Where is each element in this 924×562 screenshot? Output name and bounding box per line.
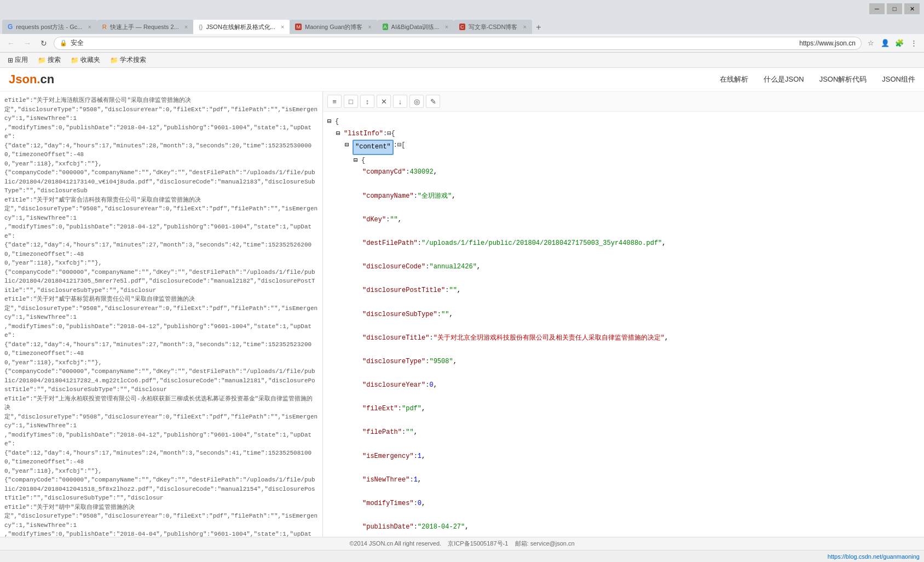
- sort-button[interactable]: ↕: [360, 95, 374, 108]
- bookmarks-bar: ⊞应用📁搜索📁收藏夹📁学术搜索: [0, 53, 924, 68]
- tree-panel[interactable]: ⊟ { ⊟ "listInfo" :⊟{: [323, 112, 924, 537]
- menu-button[interactable]: ⋮: [908, 37, 920, 49]
- bookmark-收藏夹[interactable]: 📁收藏夹: [67, 54, 103, 66]
- text-line: 定","disclosureType":"9508","disclosureYe…: [4, 512, 318, 530]
- content-line: ⊟ "content" :⊟[: [345, 140, 920, 155]
- logo-json: Json.: [9, 72, 40, 87]
- extensions-button[interactable]: 🧩: [893, 37, 905, 49]
- text-line: 0,"year":118},"xxfcbj":""},: [4, 358, 318, 368]
- listinfo-toggle[interactable]: ⊟: [336, 128, 344, 140]
- text-line: {"companyCode":"000000","companyName":""…: [4, 475, 318, 503]
- text-line: ,"modifyTimes":0,"publishDate":"2018-04-…: [4, 431, 318, 449]
- text-line: 定","disclosureType":"9508","disclosureYe…: [4, 304, 318, 322]
- text-line: {"date":12,"day":4,"hours":17,"minutes":…: [4, 240, 318, 259]
- bookmark-star-button[interactable]: ☆: [865, 37, 877, 49]
- user-button[interactable]: 👤: [879, 37, 891, 49]
- field-modifytimes: "modifyTimes":0,: [362, 498, 920, 521]
- text-line: {"companyCode":"000000","companyName":""…: [4, 168, 318, 196]
- address-bar[interactable]: 🔒 安全 https://www.json.cn: [54, 37, 862, 50]
- edit-button[interactable]: ✎: [426, 95, 440, 108]
- text-line: 定","disclosureType":"9508","disclosureYe…: [4, 105, 318, 123]
- text-line: eTitle":"关于对上海涟航医疗器械有限公司"采取自律监管措施的决: [4, 96, 318, 105]
- nav-item-JSON解析代码[interactable]: JSON解析代码: [819, 74, 867, 84]
- nav-actions: ☆ 👤 🧩 ⋮: [865, 37, 920, 49]
- text-line: eTitle":"关于对"威宁富合洁科技有限责任公司"采取自律监管措施的决: [4, 196, 318, 205]
- browser-tab-tab2[interactable]: R快速上手 — Requests 2...×: [97, 20, 193, 34]
- text-line: eTitle":"关于对"胡中"采取自律监管措施的决: [4, 503, 318, 512]
- text-line: ,"modifyTimes":0,"publishDate":"2018-04-…: [4, 222, 318, 240]
- text-line: {"companyCode":"000000","companyName":""…: [4, 268, 318, 295]
- browser-tab-tab5[interactable]: AAI&BigData训练...×: [377, 20, 454, 34]
- text-line: ,"modifyTimes":0,"publishDate":"2018-04-…: [4, 322, 318, 340]
- format-button[interactable]: ≡: [327, 95, 342, 108]
- status-url: https://blog.csdn.net/guanmaoning: [828, 553, 920, 560]
- browser-tab-tab3[interactable]: {}JSON在线解析及格式化...×: [193, 20, 290, 34]
- footer-copyright: ©2014 JSON.cn All right reserved.: [349, 540, 441, 547]
- text-line: 定","disclosureType":"9508","disclosureYe…: [4, 204, 318, 222]
- field-disclosuresubtype: "disclosureSubType":"",: [362, 309, 920, 332]
- nav-bar: ← → ↻ 🔒 安全 https://www.json.cn ☆ 👤 🧩 ⋮: [0, 34, 924, 53]
- field-disclosurecode: "disclosureCode":"annual2426",: [362, 261, 920, 285]
- text-line: eTitle":"关于对"上海永柏联投资管理有限公司-永柏联获新三柳成长优选私募…: [4, 394, 318, 412]
- text-line: eTitle":"关于对"威宁基标贸易有限责任公司"采取自律监管措施的决: [4, 295, 318, 304]
- forward-button[interactable]: →: [21, 37, 34, 50]
- new-tab-button[interactable]: +: [532, 21, 545, 34]
- nav-item-JSON组件[interactable]: JSON组件: [882, 74, 915, 84]
- field-disclosureposttitle: "disclosurePostTitle":"",: [362, 285, 920, 308]
- text-line: 定","disclosureType":"9508","disclosureYe…: [4, 412, 318, 431]
- nav-item-什么是JSON[interactable]: 什么是JSON: [764, 74, 804, 84]
- content-toggle[interactable]: ⊟: [345, 140, 353, 152]
- close-button[interactable]: ✕: [904, 3, 920, 14]
- field-isemergency: "isEmergency":1,: [362, 451, 920, 474]
- field-destfilepath: "destFilePath":"/uploads/1/file/public/2…: [362, 238, 920, 261]
- root-toggle[interactable]: ⊟: [327, 116, 335, 128]
- window-controls: ─ □ ✕: [869, 3, 920, 14]
- listinfo-node: ⊟ "listInfo" :⊟{ ⊟ "content" :⊟[: [336, 128, 920, 537]
- text-line: 0,"year":118},"xxfcbj":""},: [4, 467, 318, 476]
- field-filepath: "filePath":"",: [362, 427, 920, 450]
- item1-fields: "companyCd":430092, "companyName":"全玥游戏"…: [362, 167, 920, 537]
- minimize-button[interactable]: ─: [869, 3, 885, 14]
- page-header: Json. cn 在线解析什么是JSONJSON解析代码JSON组件: [0, 68, 924, 91]
- footer-email: 邮箱: service@json.cn: [515, 540, 575, 547]
- bookmark-应用[interactable]: ⊞应用: [4, 54, 31, 66]
- address-text: 安全: [71, 38, 796, 48]
- header-nav: 在线解析什么是JSONJSON解析代码JSON组件: [720, 74, 915, 84]
- field-fileext: "fileExt":"pdf",: [362, 403, 920, 427]
- maximize-button[interactable]: □: [887, 3, 902, 14]
- text-line: {"companyCode":"000000","companyName":""…: [4, 367, 318, 394]
- field-isnewthree: "isNewThree":1,: [362, 474, 920, 498]
- text-line: ,"modifyTimes":0,"publishDate":"2018-04-…: [4, 123, 318, 141]
- browser-tab-tab4[interactable]: MMaoning Guan的博客×: [290, 20, 377, 34]
- text-line: ,"modifyTimes":0,"publishDate":"2018-04-…: [4, 530, 318, 537]
- nav-item-在线解析[interactable]: 在线解析: [720, 74, 748, 84]
- address-url: https://www.json.cn: [799, 39, 856, 47]
- tab-bar: Grequests post方法 - Gc...×R快速上手 — Request…: [0, 18, 924, 34]
- back-button[interactable]: ←: [4, 37, 18, 50]
- bookmark-学术搜索[interactable]: 📁学术搜索: [107, 54, 149, 66]
- title-bar: ─ □ ✕: [0, 0, 924, 18]
- field-disclosuretitle: "disclosureTitle":"关于对北京全玥游戏科技股份有限公司及相关责…: [362, 332, 920, 356]
- text-line: {"date":12,"day":4,"hours":17,"minutes":…: [4, 449, 318, 467]
- footer-icp: 京ICP备15005187号-1: [448, 540, 508, 547]
- field-disclosureyear: "disclosureYear":0,: [362, 380, 920, 403]
- content-node: ⊟ "content" :⊟[ ⊟{ "companyCd":: [345, 140, 920, 537]
- content-key-highlighted: "content": [353, 140, 394, 155]
- root-node: ⊟ {: [327, 116, 920, 128]
- refresh-button[interactable]: ↻: [37, 37, 50, 50]
- delete-button[interactable]: ✕: [377, 95, 391, 108]
- download-button[interactable]: ↓: [393, 95, 407, 108]
- json-tree: ⊟ { ⊟ "listInfo" :⊟{: [323, 112, 924, 537]
- browser-tab-tab1[interactable]: Grequests post方法 - Gc...×: [2, 20, 97, 34]
- field-publishdate: "publishDate":"2018-04-27",: [362, 521, 920, 537]
- text-panel[interactable]: eTitle":"关于对上海涟航医疗器械有限公司"采取自律监管措施的决定","d…: [0, 91, 323, 537]
- share-button[interactable]: ◎: [409, 95, 424, 108]
- security-lock-icon: 🔒: [60, 39, 67, 47]
- browser-tab-tab6[interactable]: C写文章-CSDN博客×: [454, 20, 532, 34]
- bookmark-搜索[interactable]: 📁搜索: [34, 54, 64, 66]
- listinfo-line: ⊟ "listInfo" :⊟{: [336, 128, 920, 140]
- page-footer: ©2014 JSON.cn All right reserved. 京ICP备1…: [0, 537, 924, 550]
- compress-button[interactable]: □: [344, 95, 358, 108]
- tree-toolbar: ≡ □ ↕ ✕ ↓ ◎ ✎: [323, 91, 924, 112]
- text-line: 0,"year":118},"xxfcbj":""},: [4, 159, 318, 169]
